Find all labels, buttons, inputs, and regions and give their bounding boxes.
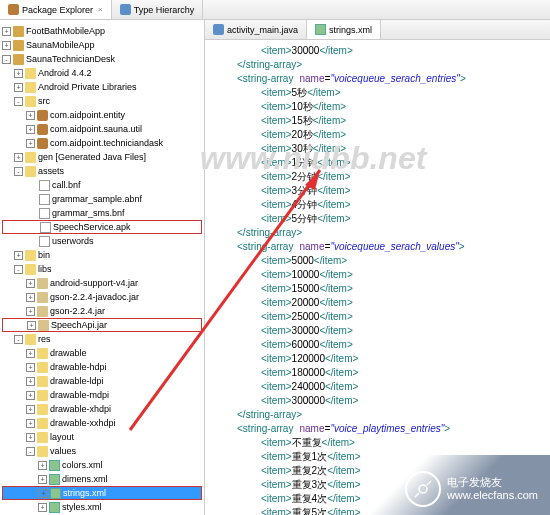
tree-item[interactable]: +drawable-mdpi (2, 388, 202, 402)
tree-item[interactable]: +android-support-v4.jar (2, 276, 202, 290)
tree-label: drawable-hdpi (50, 362, 107, 372)
tree-item[interactable]: -res (2, 332, 202, 346)
tree-item[interactable]: +FootBathMobileApp (2, 24, 202, 38)
expand-toggle[interactable]: + (26, 433, 35, 442)
expand-toggle[interactable]: + (26, 363, 35, 372)
editor-tab-java[interactable]: activity_main.java (205, 20, 307, 39)
tree-item[interactable]: +drawable-xhdpi (2, 402, 202, 416)
expand-toggle[interactable]: + (26, 125, 35, 134)
folder-icon (37, 376, 48, 387)
expand-toggle[interactable]: - (14, 167, 23, 176)
expand-toggle[interactable]: + (14, 69, 23, 78)
tree-item[interactable]: +drawable-hdpi (2, 360, 202, 374)
tree-label: com.aidpoint.entity (50, 110, 125, 120)
tree-label: drawable-xxhdpi (50, 418, 116, 428)
xml-icon (49, 474, 60, 485)
editor-tab-label: strings.xml (329, 25, 372, 35)
tree-item[interactable]: +gson-2.2.4.jar (2, 304, 202, 318)
expand-toggle[interactable]: + (2, 27, 11, 36)
close-icon[interactable]: × (98, 5, 103, 14)
editor-area: activity_main.java strings.xml <item>300… (205, 20, 550, 515)
expand-toggle[interactable]: + (38, 503, 47, 512)
tree-item[interactable]: +gson-2.2.4-javadoc.jar (2, 290, 202, 304)
tree-item[interactable]: grammar_sample.abnf (2, 192, 202, 206)
tab-label: Package Explorer (22, 5, 93, 15)
jar-icon (38, 320, 49, 331)
expand-toggle[interactable]: + (14, 251, 23, 260)
tree-item[interactable]: +styles.xml (2, 500, 202, 514)
tree-item[interactable]: +drawable (2, 346, 202, 360)
expand-toggle[interactable]: + (26, 419, 35, 428)
tree-item[interactable]: +drawable-xxhdpi (2, 416, 202, 430)
expand-toggle[interactable]: + (2, 41, 11, 50)
expand-toggle[interactable]: + (26, 139, 35, 148)
tree-item[interactable]: -src (2, 94, 202, 108)
folder-icon (37, 390, 48, 401)
tree-item[interactable]: -values (2, 444, 202, 458)
tree-item[interactable]: +bin (2, 248, 202, 262)
expand-toggle[interactable]: - (2, 55, 11, 64)
tab-package-explorer[interactable]: Package Explorer × (0, 0, 112, 19)
expand-toggle[interactable]: + (26, 111, 35, 120)
editor-tab-xml[interactable]: strings.xml (307, 20, 381, 39)
project-tree[interactable]: +FootBathMobileApp+SaunaMobileApp-SaunaT… (0, 22, 204, 515)
explorer-tabs: Package Explorer × Type Hierarchy (0, 0, 550, 20)
tree-item[interactable]: +Android Private Libraries (2, 80, 202, 94)
tree-item[interactable]: call.bnf (2, 178, 202, 192)
code-editor[interactable]: <item>30000</item> </string-array> <stri… (205, 40, 550, 515)
expand-toggle[interactable]: + (14, 153, 23, 162)
folder-icon (37, 404, 48, 415)
tree-label: gen [Generated Java Files] (38, 152, 146, 162)
tree-item[interactable]: grammar_sms.bnf (2, 206, 202, 220)
tree-item[interactable]: +com.aidpoint.techniciandask (2, 136, 202, 150)
expand-toggle[interactable]: + (26, 377, 35, 386)
tree-item[interactable]: +colors.xml (2, 458, 202, 472)
expand-toggle[interactable]: + (26, 279, 35, 288)
expand-toggle[interactable]: - (14, 97, 23, 106)
tree-item[interactable]: +SpeechApi.jar (2, 318, 202, 332)
tree-item[interactable]: -libs (2, 262, 202, 276)
folder-icon (37, 362, 48, 373)
footer-text: 电子发烧友 www.elecfans.com (447, 476, 538, 502)
pkg-icon (37, 138, 48, 149)
jar-icon (37, 278, 48, 289)
tree-item[interactable]: -assets (2, 164, 202, 178)
tree-label: com.aidpoint.sauna.util (50, 124, 142, 134)
tree-item[interactable]: +drawable-ldpi (2, 374, 202, 388)
tree-item[interactable]: +SaunaMobileApp (2, 38, 202, 52)
tree-item[interactable]: userwords (2, 234, 202, 248)
svg-point-2 (419, 485, 427, 493)
expand-toggle[interactable]: + (26, 293, 35, 302)
expand-toggle[interactable]: + (26, 391, 35, 400)
expand-toggle[interactable]: + (27, 321, 36, 330)
tab-type-hierarchy[interactable]: Type Hierarchy (112, 0, 204, 19)
expand-toggle[interactable]: + (26, 349, 35, 358)
tree-label: SpeechApi.jar (51, 320, 107, 330)
expand-toggle[interactable]: + (39, 489, 48, 498)
tree-item[interactable]: +layout (2, 430, 202, 444)
tree-item[interactable]: -SaunaTechnicianDesk (2, 52, 202, 66)
xml-icon (49, 502, 60, 513)
tree-label: drawable-ldpi (50, 376, 104, 386)
tree-item[interactable]: +dimens.xml (2, 472, 202, 486)
tree-item[interactable]: SpeechService.apk (2, 220, 202, 234)
footer-logo: 电子发烧友 www.elecfans.com (405, 471, 538, 507)
tree-label: dimens.xml (62, 474, 108, 484)
tree-item[interactable]: +com.aidpoint.entity (2, 108, 202, 122)
file-icon (39, 194, 50, 205)
tree-label: bin (38, 250, 50, 260)
editor-tab-label: activity_main.java (227, 25, 298, 35)
expand-toggle[interactable]: + (38, 461, 47, 470)
expand-toggle[interactable]: + (26, 307, 35, 316)
expand-toggle[interactable]: + (38, 475, 47, 484)
expand-toggle[interactable]: - (14, 335, 23, 344)
expand-toggle[interactable]: - (26, 447, 35, 456)
tree-item[interactable]: +com.aidpoint.sauna.util (2, 122, 202, 136)
tree-item[interactable]: +strings.xml (2, 486, 202, 500)
folder-icon (25, 250, 36, 261)
expand-toggle[interactable]: + (26, 405, 35, 414)
expand-toggle[interactable]: + (14, 83, 23, 92)
tree-item[interactable]: +gen [Generated Java Files] (2, 150, 202, 164)
expand-toggle[interactable]: - (14, 265, 23, 274)
tree-item[interactable]: +Android 4.4.2 (2, 66, 202, 80)
